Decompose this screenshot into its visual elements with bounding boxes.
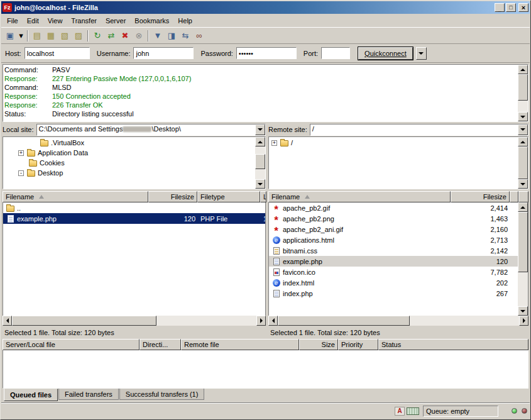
remote-tree-scrollbar[interactable] — [518, 137, 528, 189]
tree-item[interactable]: +/ — [269, 138, 518, 148]
sync-browse-button[interactable]: ⇆ — [178, 29, 192, 43]
remote-horizontal-scrollbar[interactable] — [268, 316, 528, 326]
file-row[interactable]: *apache_pb2.png 1,463 — [269, 213, 518, 224]
site-manager-button[interactable]: ▣ — [3, 29, 17, 43]
file-row-selected[interactable]: example.php 120 — [269, 256, 518, 267]
toolbar: ▣ ▾ ▤ ▦ ▧ ▨ ↻ ⇄ ✖ ⊗ ▼ ◨ ⇆ ∞ — [1, 27, 530, 44]
file-row[interactable]: favicon.ico 7,782 — [269, 267, 518, 277]
scrollbar-thumb[interactable] — [518, 212, 528, 272]
scrollbar-thumb[interactable] — [518, 74, 528, 101]
tree-item[interactable]: Cookies — [3, 158, 255, 168]
scrollbar-thumb[interactable] — [518, 146, 528, 179]
folder-icon — [6, 204, 15, 213]
quickconnect-dropdown-button[interactable] — [416, 47, 427, 60]
scrollbar-thumb[interactable] — [255, 154, 265, 169]
scroll-right-button[interactable] — [519, 316, 528, 326]
local-horizontal-scrollbar[interactable] — [3, 316, 266, 326]
scroll-up-button[interactable] — [255, 137, 265, 146]
remote-site-label: Remote site: — [268, 126, 307, 133]
local-site-combo[interactable]: C:\Documents and Settings\Desktop\ — [36, 124, 266, 136]
column-header-priority[interactable]: Priority — [338, 339, 378, 350]
refresh-button[interactable]: ↻ — [90, 29, 104, 43]
compare-icon: ◨ — [168, 31, 175, 40]
file-row[interactable]: *apache_pb2.gif 2,414 — [269, 202, 518, 213]
scroll-down-button[interactable] — [518, 179, 528, 189]
toggle-message-log-button[interactable]: ▤ — [30, 29, 44, 43]
file-row-selected[interactable]: example.php 120 PHP File 1 — [3, 213, 265, 224]
column-header-size[interactable]: Size — [299, 339, 338, 350]
scrollbar-thumb[interactable] — [12, 316, 156, 326]
scroll-down-button[interactable] — [518, 306, 528, 316]
scroll-down-button[interactable] — [518, 112, 528, 121]
expand-icon[interactable]: + — [18, 150, 24, 156]
column-header-filename[interactable]: Filename — [3, 191, 148, 202]
tree-item[interactable]: -Desktop — [3, 168, 255, 178]
tab-successful-transfers[interactable]: Successful transfers (1) — [119, 389, 205, 400]
tab-failed-transfers[interactable]: Failed transfers — [58, 389, 119, 400]
menu-edit[interactable]: Edit — [23, 16, 43, 26]
menu-server[interactable]: Server — [101, 16, 130, 26]
file-row[interactable]: *apache_pb2_ani.gif 2,160 — [269, 224, 518, 235]
scroll-left-button[interactable] — [268, 316, 278, 326]
maximize-button[interactable]: □ — [506, 3, 516, 12]
scrollbar-thumb[interactable] — [278, 316, 410, 326]
tree-item[interactable]: +Application Data — [3, 148, 255, 158]
transfer-type-indicator-icon[interactable]: A — [395, 407, 405, 416]
password-input[interactable] — [236, 47, 297, 59]
remote-list-scrollbar[interactable] — [518, 202, 528, 316]
expand-icon[interactable]: + — [271, 140, 277, 146]
menu-view[interactable]: View — [43, 16, 67, 26]
scroll-right-button[interactable] — [256, 316, 266, 326]
close-button[interactable]: × — [518, 3, 528, 12]
quickconnect-button[interactable]: Quickconnect — [358, 47, 413, 60]
scroll-left-button[interactable] — [3, 316, 12, 326]
column-header-filesize[interactable]: Filesize — [148, 191, 197, 202]
filter-button[interactable]: ▼ — [151, 29, 165, 43]
toggle-local-tree-button[interactable]: ▦ — [44, 29, 58, 43]
minimize-button[interactable]: _ — [495, 3, 505, 12]
column-header-server-local-file[interactable]: Server/Local file — [3, 339, 140, 350]
port-input[interactable] — [321, 47, 350, 59]
log-line: Response:226 Transfer OK — [4, 101, 517, 109]
scroll-up-button[interactable] — [518, 137, 528, 146]
cancel-button[interactable]: ✖ — [118, 29, 132, 43]
scroll-up-button[interactable] — [518, 65, 528, 74]
local-tree-scrollbar[interactable] — [255, 137, 265, 189]
file-row[interactable]: bitnami.css 2,142 — [269, 245, 518, 256]
username-input[interactable] — [133, 47, 194, 59]
log-line: Command:PASV — [4, 65, 517, 74]
file-row[interactable]: .. — [3, 202, 265, 213]
column-header-direction[interactable]: Directi... — [140, 339, 181, 350]
menu-bookmarks[interactable]: Bookmarks — [130, 16, 173, 26]
tab-queued-files[interactable]: Queued files — [4, 389, 58, 401]
remote-site-combo[interactable]: / — [310, 124, 528, 136]
collapse-icon[interactable]: - — [18, 170, 24, 176]
menu-transfer[interactable]: Transfer — [67, 16, 101, 26]
column-header-filename[interactable]: Filename — [268, 191, 451, 202]
column-header-filetype[interactable]: Filetype — [197, 191, 260, 202]
file-row[interactable]: index.php 267 — [269, 288, 518, 299]
site-manager-dropdown-button[interactable]: ▾ — [17, 29, 25, 43]
column-header-filesize[interactable]: Filesize — [451, 191, 510, 202]
disconnect-button[interactable]: ⊗ — [132, 29, 146, 43]
scroll-up-button[interactable] — [518, 202, 528, 212]
log-scrollbar[interactable] — [518, 65, 528, 121]
local-site-dropdown-button[interactable] — [255, 124, 265, 135]
compare-button[interactable]: ◨ — [165, 29, 178, 43]
file-row[interactable]: eindex.html 202 — [269, 277, 518, 288]
remote-site-dropdown-button[interactable] — [518, 124, 528, 135]
tree-item[interactable]: .VirtualBox — [3, 138, 255, 148]
process-queue-button[interactable]: ⇄ — [104, 29, 118, 43]
queue-body[interactable] — [3, 350, 528, 389]
column-header-status[interactable]: Status — [378, 339, 528, 350]
menu-help[interactable]: Help — [173, 16, 197, 26]
column-header-remote-file[interactable]: Remote file — [181, 339, 299, 350]
toggle-remote-tree-button[interactable]: ▧ — [58, 29, 72, 43]
file-row[interactable]: eapplications.html 2,713 — [269, 235, 518, 245]
host-input[interactable] — [25, 47, 90, 59]
scroll-down-button[interactable] — [255, 179, 265, 189]
find-files-button[interactable]: ∞ — [192, 29, 206, 43]
titlebar[interactable]: Fz john@localhost - FileZilla _ □ × — [1, 1, 530, 14]
toggle-queue-button[interactable]: ▨ — [72, 29, 85, 43]
menu-file[interactable]: File — [3, 16, 23, 26]
